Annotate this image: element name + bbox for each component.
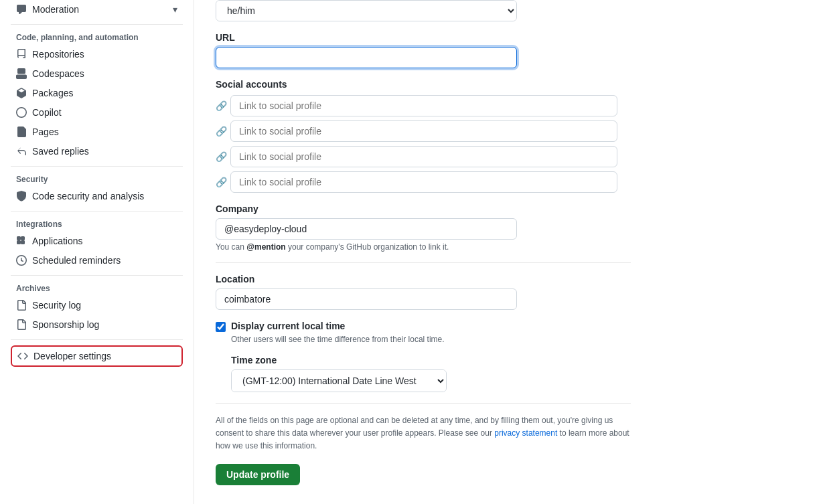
location-group: Location xyxy=(216,274,517,310)
company-group: Company You can @mention your company's … xyxy=(216,203,517,252)
link-icon-1: 🔗 xyxy=(216,100,226,111)
divider-4 xyxy=(11,275,183,276)
section-divider-1 xyxy=(216,262,631,263)
social-input-1[interactable] xyxy=(230,95,617,116)
footer-note: All of the fields on this page are optio… xyxy=(216,414,631,453)
social-accounts-label: Social accounts xyxy=(216,79,617,90)
sidebar-item-developer-settings[interactable]: Developer settings xyxy=(11,345,183,367)
display-time-row: Display current local time xyxy=(216,321,804,332)
location-input[interactable] xyxy=(216,288,517,310)
main-content: he/him URL Social accounts 🔗 🔗 🔗 🔗 Compa… xyxy=(194,0,825,504)
sponsorship-log-label: Sponsorship log xyxy=(32,319,99,330)
divider-5 xyxy=(11,339,183,340)
saved-replies-label: Saved replies xyxy=(32,146,89,157)
sidebar-item-repositories[interactable]: Repositories xyxy=(11,45,183,64)
social-input-row-2: 🔗 xyxy=(216,120,617,142)
pages-icon xyxy=(16,127,27,137)
display-time-label[interactable]: Display current local time xyxy=(231,321,345,331)
reply-icon xyxy=(16,146,27,157)
location-label: Location xyxy=(216,274,517,284)
package-icon xyxy=(16,88,27,98)
pronoun-group: he/him xyxy=(216,0,517,21)
pages-label: Pages xyxy=(32,127,59,137)
social-input-row-3: 🔗 xyxy=(216,146,617,167)
sidebar-item-pages[interactable]: Pages xyxy=(11,122,183,141)
apps-icon xyxy=(16,236,27,246)
timezone-group: Time zone (GMT-12:00) International Date… xyxy=(231,355,465,392)
divider-2 xyxy=(11,166,183,167)
archives-label: Archives xyxy=(11,284,183,293)
integrations-label: Integrations xyxy=(11,220,183,229)
url-label: URL xyxy=(216,32,517,43)
codespaces-icon xyxy=(16,68,27,79)
repo-icon xyxy=(16,49,27,60)
divider-3 xyxy=(11,211,183,212)
sidebar-item-packages[interactable]: Packages xyxy=(11,84,183,102)
copilot-label: Copilot xyxy=(32,107,62,118)
comment-icon xyxy=(16,4,27,15)
repositories-label: Repositories xyxy=(32,49,84,60)
timezone-label: Time zone xyxy=(231,355,465,365)
sidebar-item-scheduled-reminders[interactable]: Scheduled reminders xyxy=(11,251,183,270)
sidebar-item-copilot[interactable]: Copilot xyxy=(11,103,183,122)
company-label: Company xyxy=(216,203,517,214)
shield-icon xyxy=(16,191,27,201)
social-input-4[interactable] xyxy=(230,171,617,193)
security-log-label: Security log xyxy=(32,300,81,311)
social-input-3[interactable] xyxy=(230,146,617,167)
sidebar-item-sponsorship-log[interactable]: Sponsorship log xyxy=(11,315,183,334)
sidebar-item-code-security[interactable]: Code security and analysis xyxy=(11,187,183,205)
chevron-down-icon: ▾ xyxy=(173,4,177,15)
update-profile-button[interactable]: Update profile xyxy=(216,464,300,485)
link-icon-3: 🔗 xyxy=(216,151,226,162)
applications-label: Applications xyxy=(32,236,83,246)
codespaces-label: Codespaces xyxy=(32,68,84,79)
code-security-label: Code security and analysis xyxy=(32,191,144,201)
link-icon-2: 🔗 xyxy=(216,126,226,137)
social-input-row-4: 🔗 xyxy=(216,171,617,193)
divider-1 xyxy=(11,24,183,25)
scheduled-reminders-label: Scheduled reminders xyxy=(32,255,121,266)
pronoun-select-wrap[interactable]: he/him xyxy=(216,0,517,21)
sidebar-item-saved-replies[interactable]: Saved replies xyxy=(11,142,183,161)
code-planning-label: Code, planning, and automation xyxy=(11,33,183,42)
security-label: Security xyxy=(11,175,183,184)
code-icon xyxy=(17,351,28,361)
link-icon-4: 🔗 xyxy=(216,177,226,187)
packages-label: Packages xyxy=(32,88,73,98)
clock-icon xyxy=(16,255,27,266)
copilot-icon xyxy=(16,107,27,118)
sidebar-item-moderation[interactable]: Moderation ▾ xyxy=(11,0,183,19)
list-icon-2 xyxy=(16,319,27,330)
display-time-group: Display current local time Other users w… xyxy=(216,321,804,344)
timezone-select[interactable]: (GMT-12:00) International Date Line West xyxy=(232,370,446,392)
sidebar-item-label: Moderation xyxy=(32,4,79,15)
list-icon-1 xyxy=(16,300,27,311)
display-time-checkbox[interactable] xyxy=(216,322,226,332)
company-input[interactable] xyxy=(216,218,517,240)
social-accounts-group: Social accounts 🔗 🔗 🔗 🔗 xyxy=(216,79,617,193)
social-input-2[interactable] xyxy=(230,120,617,142)
url-group: URL xyxy=(216,32,517,68)
section-divider-2 xyxy=(216,403,631,404)
sidebar-item-codespaces[interactable]: Codespaces xyxy=(11,64,183,83)
timezone-select-wrap[interactable]: (GMT-12:00) International Date Line West xyxy=(231,369,447,392)
privacy-statement-link[interactable]: privacy statement xyxy=(494,428,557,438)
url-input[interactable] xyxy=(216,47,517,68)
social-input-row-1: 🔗 xyxy=(216,95,617,116)
pronoun-select[interactable]: he/him xyxy=(216,1,516,21)
company-hint: You can @mention your company's GitHub o… xyxy=(216,242,517,252)
sidebar-item-security-log[interactable]: Security log xyxy=(11,296,183,315)
sidebar-item-applications[interactable]: Applications xyxy=(11,232,183,250)
sidebar: Moderation ▾ Code, planning, and automat… xyxy=(0,0,194,504)
display-time-desc: Other users will see the time difference… xyxy=(231,335,804,344)
developer-settings-label: Developer settings xyxy=(33,351,111,361)
